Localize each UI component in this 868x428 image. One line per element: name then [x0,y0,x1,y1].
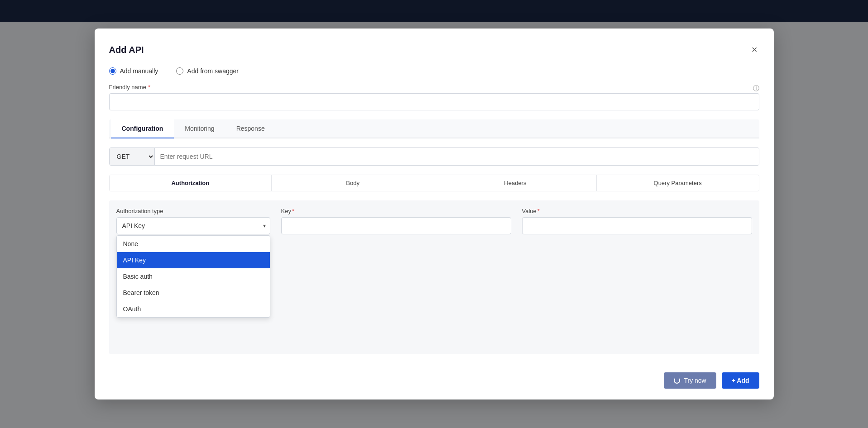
url-row: GET POST PUT DELETE PATCH [109,147,759,166]
auth-type-dropdown: None API Key Basic auth Bearer token OAu… [116,235,270,318]
radio-add-manually[interactable]: Add manually [109,67,158,75]
url-input[interactable] [155,148,759,165]
auth-type-label: Authorization type [116,208,270,214]
dropdown-item-oauth[interactable]: OAuth [117,301,270,317]
modal-footer: Try now + Add [109,365,759,389]
refresh-icon [674,377,680,384]
friendly-name-label: Friendly name * [109,84,150,90]
subtab-body[interactable]: Body [272,175,434,191]
main-tabs-bar: Configuration Monitoring Response [109,119,759,138]
value-field-group: Value * [522,208,752,234]
tab-configuration[interactable]: Configuration [111,119,174,138]
friendly-name-input[interactable] [109,93,759,110]
dropdown-item-basic-auth[interactable]: Basic auth [117,268,270,285]
add-button[interactable]: + Add [722,372,759,389]
dropdown-item-bearer-token[interactable]: Bearer token [117,285,270,301]
modal-title: Add API [109,45,144,55]
modal-overlay: Add API × Add manually Add from swagger … [0,0,868,428]
add-method-radio-group: Add manually Add from swagger [109,67,759,75]
friendly-name-group: Friendly name * ⓘ [109,84,759,110]
tab-monitoring[interactable]: Monitoring [174,119,225,138]
friendly-name-label-row: Friendly name * ⓘ [109,84,759,93]
value-input[interactable] [522,217,752,234]
tab-response[interactable]: Response [225,119,276,138]
radio-add-swagger-label: Add from swagger [187,67,239,75]
key-value-fields: Key * Value * [281,208,752,234]
value-label: Value * [522,208,752,214]
auth-type-select[interactable]: None API Key Basic auth Bearer token OAu… [116,217,270,234]
auth-type-group: Authorization type None API Key Basic au… [116,208,270,234]
subtab-headers[interactable]: Headers [434,175,597,191]
key-input[interactable] [281,217,511,234]
auth-type-select-wrapper: None API Key Basic auth Bearer token OAu… [116,217,270,234]
dropdown-item-none[interactable]: None [117,236,270,252]
subtab-authorization[interactable]: Authorization [110,175,272,191]
radio-add-swagger-input[interactable] [176,67,183,75]
auth-content-area: Authorization type None API Key Basic au… [109,200,759,354]
dropdown-item-apikey[interactable]: API Key [117,252,270,268]
key-label: Key * [281,208,511,214]
radio-add-swagger[interactable]: Add from swagger [176,67,239,75]
required-star: * [148,84,150,90]
radio-add-manually-input[interactable] [109,67,116,75]
subtab-query-parameters[interactable]: Query Parameters [597,175,759,191]
close-button[interactable]: × [750,43,759,57]
try-now-button[interactable]: Try now [664,372,716,389]
key-required-star: * [292,208,294,214]
value-required-star: * [537,208,540,214]
method-select[interactable]: GET POST PUT DELETE PATCH [110,148,155,165]
key-field-group: Key * [281,208,511,234]
modal-header: Add API × [109,43,759,57]
radio-add-manually-label: Add manually [120,67,158,75]
info-icon: ⓘ [753,85,759,93]
subtabs-bar: Authorization Body Headers Query Paramet… [109,175,759,191]
auth-fields-row: Authorization type None API Key Basic au… [116,208,752,234]
add-api-modal: Add API × Add manually Add from swagger … [95,29,774,399]
